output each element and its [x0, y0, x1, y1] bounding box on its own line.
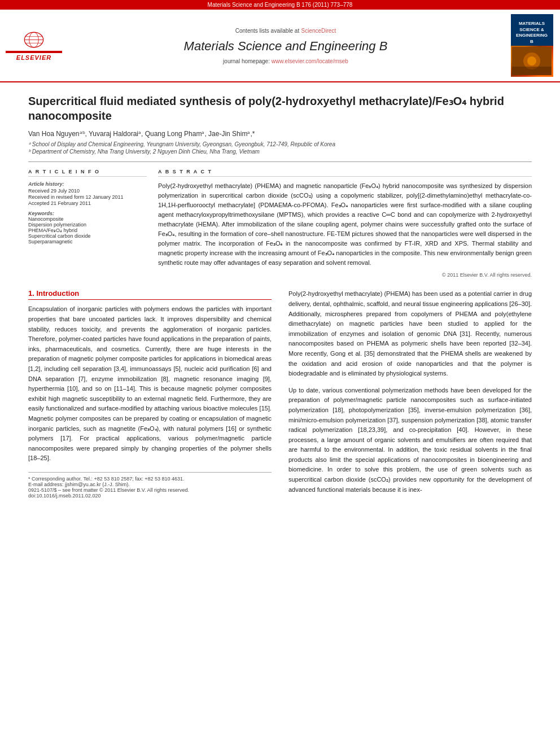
- affiliation-a: ᵃ School of Display and Chemical Enginee…: [28, 141, 532, 147]
- received-date: Received 29 July 2010: [28, 188, 147, 194]
- article-info-abstract-section: A R T I C L E I N F O Article history: R…: [28, 169, 532, 278]
- contents-text: Contents lists available at: [235, 28, 299, 34]
- affiliation-b: ᵇ Department of Chemistry, Nha Trang Uni…: [28, 148, 532, 155]
- journal-cover-image-icon: [512, 47, 552, 75]
- journal-citation-bar: Materials Science and Engineering B 176 …: [0, 0, 560, 10]
- homepage-url[interactable]: www.elsevier.com/locate/mseb: [272, 58, 348, 64]
- received-revised-date: Received in revised form 12 January 2011: [28, 194, 147, 200]
- abstract-text: Poly(2-hydroxyethyl methacrylate) (PHEMA…: [158, 181, 532, 268]
- keywords-label: Keywords:: [28, 211, 147, 216]
- sciencedirect-link[interactable]: ScienceDirect: [301, 28, 336, 34]
- paper-title: Supercritical fluid mediated synthesis o…: [28, 94, 532, 123]
- copyright-text: © 2011 Elsevier B.V. All rights reserved…: [158, 272, 532, 278]
- keyword-5: Superparamagnetic: [28, 239, 147, 244]
- email-address: E-mail address: jjshim@yu.ac.kr (J.-J. S…: [28, 482, 272, 487]
- keyword-3: PHEMA/Fe₃O₄ hybrid: [28, 228, 147, 233]
- keyword-2: Dispersion polymerization: [28, 222, 147, 228]
- accepted-date: Accepted 21 February 2011: [28, 200, 147, 206]
- intro-left-body: Encapsulation of inorganic particles wit…: [28, 304, 272, 464]
- journal-info: Contents lists available at ScienceDirec…: [68, 14, 504, 77]
- divider: [28, 161, 532, 162]
- corresponding-author: * Corresponding author. Tel.: +82 53 810…: [28, 476, 272, 482]
- journal-header: ELSEVIER Contents lists available at Sci…: [0, 10, 560, 82]
- abstract-heading: A B S T R A C T: [158, 169, 532, 177]
- article-info-heading: A R T I C L E I N F O: [28, 169, 147, 177]
- abstract-column: A B S T R A C T Poly(2-hydroxyethyl meth…: [158, 169, 532, 278]
- homepage-label: journal homepage:: [223, 58, 270, 64]
- intro-left-column: 1. Introduction Encapsulation of inorgan…: [28, 289, 272, 499]
- paper-authors: Van Hoa Nguyenᵃᵇ, Yuvaraj Haldoraiᵃ, Qua…: [28, 130, 532, 138]
- main-content: 1. Introduction Encapsulation of inorgan…: [0, 283, 560, 510]
- logo-title-text: MATERIALS SCIENCE & ENGINEERING B: [511, 14, 553, 46]
- doi-line: doi:10.1016/j.mseb.2011.02.020: [28, 493, 272, 499]
- paper-section: Supercritical fluid mediated synthesis o…: [0, 82, 560, 283]
- journal-logo-image: [511, 46, 553, 77]
- journal-title: Materials Science and Engineering B: [68, 39, 504, 54]
- introduction-section: 1. Introduction Encapsulation of inorgan…: [28, 289, 532, 499]
- intro-right-column: Poly(2-hydroxyethyl methacrylate) (PHEMA…: [288, 289, 532, 499]
- history-label: Article history:: [28, 181, 147, 187]
- keyword-4: Supercritical carbon dioxide: [28, 233, 147, 239]
- article-info-column: A R T I C L E I N F O Article history: R…: [28, 169, 147, 278]
- elsevier-globe-icon: [20, 30, 48, 50]
- elsevier-bar: [6, 51, 62, 53]
- svg-rect-8: [512, 67, 552, 75]
- elsevier-wordmark: ELSEVIER: [16, 54, 51, 61]
- footnote-area: * Corresponding author. Tel.: +82 53 810…: [28, 472, 272, 499]
- contents-line: Contents lists available at ScienceDirec…: [68, 27, 504, 34]
- intro-right-body-2: Up to date, various conventional polymer…: [288, 386, 532, 495]
- svg-point-7: [527, 56, 536, 65]
- journal-citation-text: Materials Science and Engineering B 176 …: [208, 2, 353, 8]
- journal-logo-box: MATERIALS SCIENCE & ENGINEERING B: [509, 14, 554, 77]
- journal-homepage: journal homepage: www.elsevier.com/locat…: [68, 58, 504, 64]
- intro-section-title: 1. Introduction: [28, 289, 272, 300]
- intro-right-body-1: Poly(2-hydroxyethyl methacrylate) (PHEMA…: [288, 289, 532, 378]
- issn-line: 0921-5107/$ – see front matter © 2011 El…: [28, 487, 272, 493]
- keyword-1: Nanocomposite: [28, 216, 147, 222]
- elsevier-logo: ELSEVIER: [6, 14, 62, 77]
